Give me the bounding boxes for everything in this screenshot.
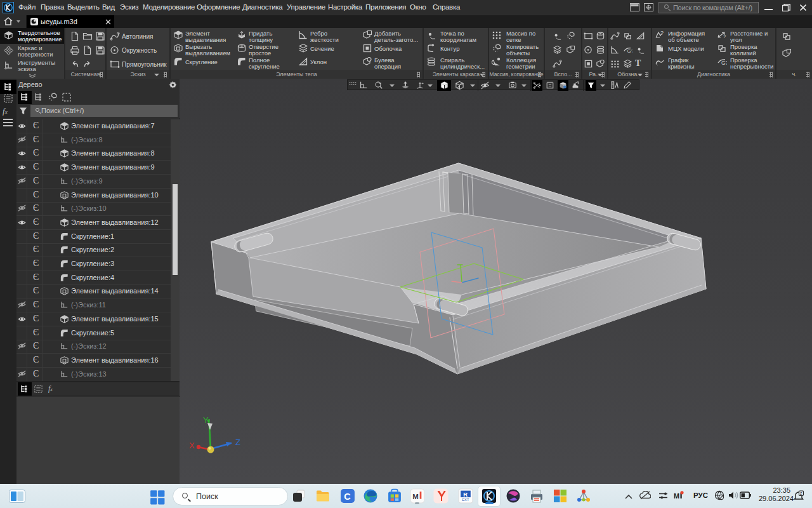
svg-text:C: C — [344, 491, 351, 502]
svg-text:R: R — [463, 491, 468, 498]
svg-text:Y: Y — [203, 415, 209, 425]
svg-text:M: M — [674, 492, 679, 500]
svg-text:EXT: EXT — [462, 498, 469, 502]
svg-text:X: X — [189, 441, 195, 450]
svg-text:z: z — [800, 491, 802, 495]
svg-text:M: M — [412, 493, 419, 500]
svg-text:Z: Z — [235, 438, 240, 447]
